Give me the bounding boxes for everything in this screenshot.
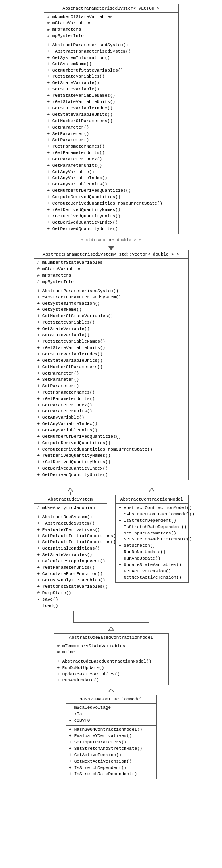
method-11: + GetStateVariableUnits() bbox=[47, 112, 175, 118]
cm-method-10: + GetActiveTension() bbox=[119, 568, 185, 575]
method-29: + GetDerivedQuantityUnits() bbox=[37, 472, 185, 478]
inherit-arrow-ode-based bbox=[108, 627, 114, 631]
ode-attr-0: # mUseAnalyticJacobian bbox=[37, 505, 104, 511]
method-23: + GetNumberOfDerivedQuantities() bbox=[47, 188, 175, 194]
method-0: + AbstractParameterisedSystem() bbox=[37, 288, 185, 295]
nash-method-2: + SetInputParameters() bbox=[69, 739, 153, 746]
method-22: + GetAnyVariableUnits() bbox=[37, 427, 185, 434]
method-21: + GetAnyVariableIndex() bbox=[37, 421, 185, 427]
method-14: + SetParameter() bbox=[37, 377, 185, 383]
ode-method-13: - save() bbox=[37, 597, 104, 603]
method-9: + rGetStateVariableUnits() bbox=[47, 99, 175, 105]
ode-method-12: # DumpState() bbox=[37, 590, 104, 597]
attributes-section-apsstdvector: # mNumberOfStateVariables # mStateVariab… bbox=[34, 259, 188, 287]
dashed-arrow-down bbox=[108, 246, 114, 250]
ode-method-9: + CalculateRootFunction() bbox=[37, 571, 104, 577]
cm-method-11: + GetNextActiveTension() bbox=[119, 575, 185, 581]
ode-system-col: AbstractOdeSystem # mUseAnalyticJacobian… bbox=[34, 488, 107, 611]
attr-0: # mNumberOfStateVariables bbox=[37, 260, 185, 266]
cm-method-9: + UpdateStateVariables() bbox=[119, 562, 185, 568]
attributes-section-ode-based: # mTemporaryStateVariables # mTime bbox=[54, 642, 168, 657]
method-16: + rGetParameterNames() bbox=[47, 144, 175, 150]
class-abstract-parameterised-system-vector: AbstractParameterisedSystem< VECTOR > # … bbox=[44, 4, 179, 234]
ode-method-0: + AbstractOdeSystem() bbox=[37, 514, 104, 521]
class-abstract-parameterised-system-stdvector: AbstractParameterisedSystem< std::vector… bbox=[34, 250, 189, 480]
class-name-apsvector: AbstractParameterisedSystem< VECTOR > bbox=[44, 4, 178, 13]
inherit-arrow-ode bbox=[68, 488, 73, 492]
nash-attr-2: - e0ByT0 bbox=[69, 718, 153, 724]
method-7: + SetStateVariable() bbox=[37, 332, 185, 339]
attr-2: # mParameters bbox=[37, 273, 185, 279]
method-18: + GetParameterIndex() bbox=[47, 156, 175, 163]
method-24: + ComputeDerivedQuantities() bbox=[47, 194, 175, 201]
method-4: + GetNumberOfStateVariables() bbox=[37, 313, 185, 320]
method-27: + rGetDerivedQuantityUnits() bbox=[47, 213, 175, 220]
class-abstract-ode-based-contraction-model: AbstractOdeBasedContractionModel # mTemp… bbox=[54, 633, 169, 686]
method-4: + GetNumberOfStateVariables() bbox=[47, 68, 175, 74]
obcm-attr-0: # mTemporaryStateVariables bbox=[57, 643, 165, 650]
method-21: + GetAnyVariableIndex() bbox=[47, 175, 175, 181]
inherit-arrow-nash bbox=[108, 689, 114, 692]
method-24: + ComputeDerivedQuantities() bbox=[37, 440, 185, 447]
attr-3: # mpSystemInfo bbox=[37, 279, 185, 285]
nash-method-6: + IsStretchDependent() bbox=[69, 765, 153, 771]
ode-method-8: + rGetParameterUnits() bbox=[37, 565, 104, 571]
method-11: + GetStateVariableUnits() bbox=[37, 358, 185, 364]
svg-marker-3 bbox=[108, 627, 114, 631]
method-6: + GetStateVariable() bbox=[37, 326, 185, 332]
attr-0: # mNumberOfStateVariables bbox=[47, 14, 175, 20]
method-20: + GetAnyVariable() bbox=[47, 169, 175, 176]
method-25: + ComputeDerivedQuantitiesFromCurrentSta… bbox=[47, 201, 175, 207]
method-3: + GetSystemName() bbox=[47, 61, 175, 68]
method-17: + rGetParameterUnits() bbox=[37, 396, 185, 402]
ode-method-11: + rGetConstStateVariables() bbox=[37, 584, 104, 590]
cm-method-6: + SetStretch() bbox=[119, 543, 185, 549]
method-0: + AbstractParameterisedSystem() bbox=[47, 42, 175, 49]
split-connector: AbstractOdeSystem # mUseAnalyticJacobian… bbox=[4, 480, 218, 779]
method-20: + GetAnyVariable() bbox=[37, 415, 185, 421]
left-down-line bbox=[73, 611, 74, 623]
ode-method-14: - load() bbox=[37, 603, 104, 609]
methods-section-nash: + Nash2004ContractionModel() + EvaluateY… bbox=[66, 726, 156, 779]
method-2: + GetSystemInformation() bbox=[47, 55, 175, 61]
right-down-line bbox=[149, 611, 149, 623]
obcm-method-0: + AbstractOdeBasedContractionModel() bbox=[57, 659, 165, 665]
method-25: + ComputeDerivedQuantitiesFromCurrentSta… bbox=[37, 447, 185, 453]
cm-method-8: + RunAndUpdate() bbox=[119, 556, 185, 562]
template-label: < std::vector< double > > bbox=[81, 238, 141, 242]
cm-method-4: + SetInputParameters() bbox=[119, 531, 185, 537]
cm-method-0: + AbstractContractionModel() bbox=[119, 505, 185, 511]
method-29: + GetDerivedQuantityUnits() bbox=[47, 226, 175, 232]
method-28: + GetDerivedQuantityIndex() bbox=[37, 466, 185, 472]
class-nash2004-contraction-model: Nash2004ContractionModel - mScaledVoltag… bbox=[66, 695, 157, 779]
cm-method-3: + IsStretchRateDependent() bbox=[119, 524, 185, 531]
nash-method-5: + GetNextActiveTension() bbox=[69, 759, 153, 765]
line-to-nash bbox=[111, 685, 111, 689]
cm-method-7: + RunDoNotUpdate() bbox=[119, 549, 185, 556]
attr-3: # mpSystemInfo bbox=[47, 33, 175, 39]
nash-method-7: + IsStretchRateDependent() bbox=[69, 771, 153, 778]
class-name-contraction: AbstractContractionModel bbox=[116, 495, 188, 504]
method-17: + rGetParameterUnits() bbox=[47, 150, 175, 156]
method-26: + rGetDerivedQuantityNames() bbox=[37, 453, 185, 459]
contraction-model-col: AbstractContractionModel + AbstractContr… bbox=[115, 488, 189, 583]
attributes-section-ode: # mUseAnalyticJacobian bbox=[34, 504, 107, 513]
method-2: + GetSystemInformation() bbox=[37, 301, 185, 307]
method-1: + ~AbstractParameterisedSystem() bbox=[47, 49, 175, 55]
attributes-section-nash: - mScaledVoltage - kTa - e0ByT0 bbox=[66, 704, 156, 726]
method-27: + rGetDerivedQuantityUnits() bbox=[37, 459, 185, 466]
ode-method-5: + GetInitialConditions() bbox=[37, 546, 104, 552]
method-1: + ~AbstractParameterisedSystem() bbox=[37, 295, 185, 301]
method-9: + rGetStateVariableUnits() bbox=[37, 345, 185, 351]
method-15: + SetParameter() bbox=[37, 383, 185, 390]
uml-diagram: AbstractParameterisedSystem< VECTOR > # … bbox=[4, 4, 218, 779]
h-bar bbox=[73, 622, 149, 623]
method-18: + GetParameterIndex() bbox=[37, 402, 185, 409]
method-19: + GetParameterUnits() bbox=[47, 163, 175, 169]
methods-section-ode: + AbstractOdeSystem() + ~AbstractOdeSyst… bbox=[34, 513, 107, 611]
cm-method-1: + ~AbstractContractionModel() bbox=[119, 511, 185, 518]
nash-method-4: + GetActiveTension() bbox=[69, 752, 153, 759]
inherit-arrow-contraction bbox=[149, 488, 154, 492]
svg-marker-1 bbox=[68, 488, 73, 492]
ode-method-7: + CalculateStoppingEvent() bbox=[37, 558, 104, 565]
